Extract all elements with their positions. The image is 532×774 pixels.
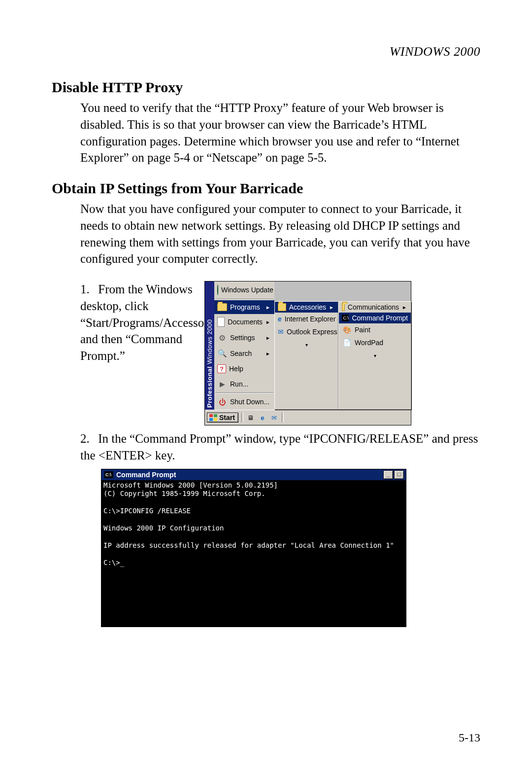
menu-divider [215,392,273,393]
chevron-down-icon: ▾ [301,340,311,350]
menu-label: Windows Update [221,286,273,294]
section1-body: You need to verify that the “HTTP Proxy”… [80,100,480,166]
menu-item-programs[interactable]: Programs ► [214,300,274,314]
maximize-button[interactable]: □ [394,470,404,479]
shutdown-icon: ⏻ [217,397,227,407]
doc-icon [217,317,225,327]
submenu-item-accessories[interactable]: Accessories ► [275,302,338,313]
menu-item-run[interactable]: ▶ Run... [214,376,274,392]
menu-label: Run... [230,380,271,388]
windows-flag-icon [209,414,217,421]
gear-icon: ⚙ [217,333,227,343]
cmd-icon: C:\ [342,315,349,321]
start-menu-figure: Professional Windows 2000 Windows Update… [204,281,411,425]
submenu-arrow-icon: ► [266,335,271,341]
submenu-item-paint[interactable]: 🎨 Paint [339,323,411,336]
submenu-arrow-icon: ► [266,351,271,356]
folder-icon [342,303,345,311]
submenu-arrow-icon: ► [402,305,408,310]
menu-item-help[interactable]: ? Help [214,361,274,376]
submenu-item-ie[interactable]: e Internet Explorer [275,313,338,325]
cmd-titlebar: C:\ Command Prompt _ □ [101,469,406,480]
cmd-output: Microsoft Windows 2000 [Version 5.00.219… [101,480,406,627]
taskbar: Start 🖥 e ✉ [205,410,411,425]
menu-label: Paint [355,326,408,334]
wordpad-icon: 📄 [342,338,352,348]
submenu-item-outlook[interactable]: ✉ Outlook Express [275,325,338,338]
step-1-number: 1. [80,281,95,298]
start-button-label: Start [219,414,235,422]
menu-label: Shut Down... [230,398,271,406]
submenu-overflow[interactable]: ▾ [339,349,411,362]
section2-heading: Obtain IP Settings from Your Barricade [52,180,480,197]
submenu-arrow-icon: ► [266,305,271,310]
menu-label: Outlook Express [287,328,337,336]
submenu-item-communications[interactable]: Communications ► [339,302,411,313]
taskbar-divider [241,413,243,422]
section1-heading: Disable HTTP Proxy [52,79,480,96]
help-icon: ? [217,364,226,373]
menu-label: Communications [348,303,399,311]
submenu-item-wordpad[interactable]: 📄 WordPad [339,336,411,349]
menu-item-shutdown[interactable]: ⏻ Shut Down... [214,394,274,410]
submenu-overflow[interactable]: ▾ [275,338,338,351]
magnifier-icon: 🔍 [217,349,227,358]
chevron-down-icon: ▾ [370,351,380,360]
menu-label: Help [229,365,271,373]
quicklaunch-outlook-icon[interactable]: ✉ [270,413,279,422]
menu-divider [215,299,273,300]
command-prompt-figure: C:\ Command Prompt _ □ Microsoft Windows… [101,469,406,627]
minimize-button[interactable]: _ [383,470,393,479]
cmd-icon: C:\ [104,471,113,478]
menu-item-windows-update[interactable]: Windows Update [214,281,274,298]
menu-item-documents[interactable]: Documents ► [214,314,274,330]
submenu-arrow-icon: ► [266,319,271,325]
menu-label: WordPad [355,339,408,347]
start-menu-main-column: Windows Update Programs ► Documents ► [214,281,274,410]
menu-label: Command Prompt [352,314,408,322]
start-button[interactable]: Start [207,413,238,422]
menu-label: Settings [230,334,263,342]
step-2: 2. In the “Command Prompt” window, type … [80,430,480,464]
menu-label: Programs [230,303,263,311]
globe-icon [217,284,218,295]
quicklaunch-ie-icon[interactable]: e [258,413,267,422]
menu-label: Search [230,350,263,357]
cmd-title-text: Command Prompt [116,471,383,479]
paint-icon: 🎨 [342,325,352,335]
menu-item-search[interactable]: 🔍 Search ► [214,346,274,361]
quicklaunch-desktop-icon[interactable]: 🖥 [246,413,255,422]
programs-submenu: Accessories ► e Internet Explorer ✉ Outl… [274,301,338,410]
step-1: 1. From the Windows desktop, click “Star… [80,281,195,364]
step-2-number: 2. [80,430,95,447]
branding-professional: Professional [206,366,213,408]
folder-icon [217,303,227,311]
step-2-text: In the “Command Prompt” window, type “IP… [80,432,478,462]
accessories-submenu: Communications ► C:\ Command Prompt 🎨 Pa… [338,301,411,410]
taskbar-divider [282,413,284,422]
start-menu-branding: Professional Windows 2000 [205,281,214,410]
submenu-arrow-icon: ► [329,305,335,310]
page-number: 5-13 [459,731,480,744]
menu-label: Documents [228,318,263,326]
run-icon: ▶ [217,379,227,389]
branding-windows2000: Windows 2000 [206,319,213,364]
folder-icon [278,303,286,311]
section2-body: Now that you have configured your comput… [80,201,480,267]
submenu-item-command-prompt[interactable]: C:\ Command Prompt [339,313,411,323]
menu-item-settings[interactable]: ⚙ Settings ► [214,330,274,346]
envelope-icon: ✉ [278,327,284,337]
menu-label: Internet Explorer [285,315,336,323]
menu-label: Accessories [289,303,326,311]
ie-icon: e [278,314,282,324]
running-head: WINDOWS 2000 [52,44,480,59]
